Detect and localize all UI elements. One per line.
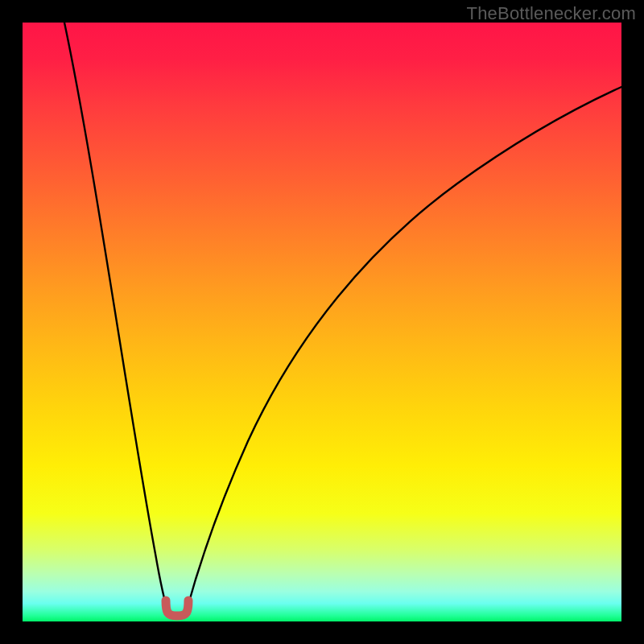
watermark-text: TheBottlenecker.com [467, 3, 636, 24]
min-marker [166, 601, 188, 616]
left-branch-curve [64, 23, 168, 613]
chart-frame: TheBottlenecker.com [0, 0, 644, 644]
curves-svg [23, 23, 621, 621]
right-branch-curve [186, 87, 621, 613]
plot-area [23, 23, 621, 621]
